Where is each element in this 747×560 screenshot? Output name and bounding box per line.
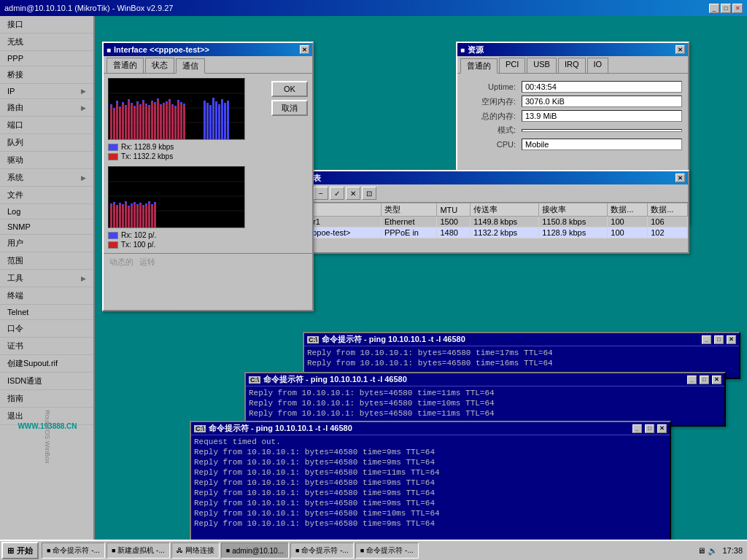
cmd1-line-1: Reply from 10.10.10.1: bytes=46580 time=… bbox=[307, 348, 736, 358]
tab-general[interactable]: 普通的 bbox=[460, 58, 498, 74]
sidebar-item-snmp[interactable]: SNMP bbox=[0, 219, 93, 235]
sidebar-item-bridge[interactable]: 桥接 bbox=[0, 66, 93, 84]
tab-pci[interactable]: PCI bbox=[499, 58, 525, 73]
minimize-button[interactable]: _ bbox=[709, 4, 719, 13]
row2-tx-data: 100 bbox=[608, 228, 648, 238]
sidebar-item-ppp[interactable]: PPP bbox=[0, 51, 93, 66]
resource-value-cpu: Mobile bbox=[522, 139, 682, 150]
resource-icon: ■ bbox=[460, 46, 465, 54]
resource-value-free-mem: 3076.0 KiB bbox=[522, 96, 682, 107]
tab-usb[interactable]: USB bbox=[527, 58, 557, 73]
sidebar-item-drivers[interactable]: 驱动 bbox=[0, 152, 93, 169]
table-row[interactable]: R ••ether1 Ethernet 1500 1149.8 kbps 115… bbox=[279, 217, 688, 228]
svg-rect-96 bbox=[122, 206, 124, 228]
sidebar-item-interfaces[interactable]: 接口 bbox=[0, 16, 93, 34]
remove-button[interactable]: − bbox=[314, 187, 328, 200]
iface-list-close-button[interactable]: ✕ bbox=[676, 174, 685, 182]
taskbar-item-4[interactable]: ■ 命令提示符 -... bbox=[290, 542, 354, 559]
table-row[interactable]: DR ••<pppoe-test> PPPoE in 1480 1132.2 k… bbox=[279, 228, 688, 238]
legend-tx-color bbox=[108, 153, 118, 160]
sidebar-item-log[interactable]: Log bbox=[0, 204, 93, 219]
svg-rect-66 bbox=[209, 105, 212, 139]
iface-table-header: 名称 类型 MTU 传送率 接收率 数据... 数据... bbox=[279, 203, 688, 217]
sidebar-item-password[interactable]: 口令 bbox=[0, 320, 93, 338]
cmd2-titlebar-buttons: _ □ ✕ bbox=[686, 376, 721, 384]
arrow-icon: ▶ bbox=[81, 104, 86, 112]
interface-close-button[interactable]: ✕ bbox=[300, 45, 309, 54]
cmd3-line-4: Reply from 10.10.10.1: bytes=46580 time=… bbox=[194, 467, 667, 478]
svg-rect-50 bbox=[171, 106, 174, 139]
resource-close-button[interactable]: ✕ bbox=[676, 45, 685, 54]
interface-icon: ■ bbox=[107, 46, 111, 54]
tab-general[interactable]: 普通的 bbox=[107, 58, 144, 73]
cmd3-line-1: Request timed out. bbox=[194, 437, 667, 447]
ok-button[interactable]: OK bbox=[271, 81, 308, 97]
cmd3-close-button[interactable]: ✕ bbox=[657, 424, 667, 433]
taskbar-item-0[interactable]: ■ 命令提示符 -... bbox=[42, 542, 105, 559]
taskbar-item-5[interactable]: ■ 命令提示符 -... bbox=[355, 542, 419, 559]
sidebar-item-queues[interactable]: 队列 bbox=[0, 134, 93, 152]
sidebar-item-cert[interactable]: 证书 bbox=[0, 338, 93, 355]
taskbar-item-1[interactable]: ■ 新建虚拟机 -... bbox=[107, 542, 170, 559]
svg-rect-39 bbox=[139, 106, 142, 139]
cross-button[interactable]: ✕ bbox=[346, 187, 360, 200]
sidebar-item-terminal[interactable]: 终端 bbox=[0, 287, 93, 305]
copy-button[interactable]: ⊡ bbox=[362, 187, 376, 200]
tab-irq[interactable]: IRQ bbox=[558, 58, 586, 73]
svg-rect-47 bbox=[163, 104, 165, 139]
maximize-button[interactable]: □ bbox=[721, 4, 731, 13]
sidebar-item-ip[interactable]: IP ▶ bbox=[0, 84, 93, 99]
svg-rect-37 bbox=[133, 108, 136, 139]
row2-type: PPPoE in bbox=[381, 228, 437, 238]
cmd1-close-button[interactable]: ✕ bbox=[727, 335, 736, 344]
tab-io[interactable]: IO bbox=[587, 58, 609, 73]
sidebar-item-guide[interactable]: 指南 bbox=[0, 390, 93, 408]
cmd2-close-button[interactable]: ✕ bbox=[712, 376, 721, 384]
cancel-button[interactable]: 取消 bbox=[271, 100, 308, 116]
svg-rect-67 bbox=[212, 98, 214, 139]
row1-tx-data: 100 bbox=[608, 217, 648, 228]
cmd3-minimize-button[interactable]: _ bbox=[632, 424, 642, 433]
taskbar-item-3[interactable]: ■ admin@10.10... bbox=[221, 542, 289, 559]
col-rx-rate: 接收率 bbox=[539, 203, 608, 217]
svg-rect-44 bbox=[154, 104, 156, 139]
svg-rect-98 bbox=[128, 207, 130, 228]
sidebar-item-system[interactable]: 系统 ▶ bbox=[0, 169, 93, 187]
interface-titlebar-buttons: ✕ bbox=[298, 45, 309, 54]
taskbar-item-icon-1: ■ bbox=[112, 547, 115, 554]
cmd1-minimize-button[interactable]: _ bbox=[702, 335, 711, 344]
sidebar-item-users[interactable]: 用户 bbox=[0, 235, 93, 252]
check-button[interactable]: ✓ bbox=[330, 187, 344, 200]
close-button[interactable]: ✕ bbox=[732, 4, 743, 13]
taskbar-item-2[interactable]: 🖧 网络连接 bbox=[171, 542, 220, 559]
sidebar-item-routing[interactable]: 路由 ▶ bbox=[0, 99, 93, 117]
start-button[interactable]: ⊞ 开始 bbox=[1, 542, 39, 559]
cmd1-maximize-button[interactable]: □ bbox=[714, 335, 724, 344]
sidebar-item-wireless[interactable]: 无线 bbox=[0, 34, 93, 51]
sidebar-item-ranges[interactable]: 范围 bbox=[0, 252, 93, 270]
cmd3-maximize-button[interactable]: □ bbox=[645, 424, 654, 433]
main-title: admin@10.10.10.1 (MikroTik) - WinBox v2.… bbox=[4, 4, 173, 12]
cmd2-titlebar: C:\ 命令提示符 - ping 10.10.10.1 -t -l 46580 … bbox=[246, 373, 724, 386]
start-label: 开始 bbox=[17, 545, 33, 556]
legend-rx-label: Rx: 1128.9 kbps bbox=[121, 143, 174, 151]
tab-communication[interactable]: 通信 bbox=[176, 58, 205, 74]
volume-icon: 🔊 bbox=[708, 546, 718, 556]
sidebar-item-telnet[interactable]: Telnet bbox=[0, 305, 93, 320]
sidebar-item-ports[interactable]: 端口 bbox=[0, 117, 93, 134]
legend-tx-label: Tx: 1132.2 kbps bbox=[121, 152, 173, 160]
sidebar-item-supout[interactable]: 创建Supout.rif bbox=[0, 355, 93, 373]
interface-bottom: 动态的 运转 bbox=[104, 253, 312, 271]
sidebar-item-files[interactable]: 文件 bbox=[0, 187, 93, 204]
tab-status[interactable]: 状态 bbox=[145, 58, 174, 73]
interface-dialog: ■ Interface <<pppoe-test>> ✕ 普通的 状态 通信 bbox=[102, 42, 314, 311]
legend-tx2-label: Tx: 100 p/. bbox=[121, 241, 155, 249]
sidebar-item-tools[interactable]: 工具 ▶ bbox=[0, 270, 93, 287]
row1-type: Ethernet bbox=[381, 217, 437, 228]
interface-tabs: 普通的 状态 通信 bbox=[104, 56, 312, 74]
sidebar-item-isdn[interactable]: ISDN通道 bbox=[0, 373, 93, 390]
svg-rect-68 bbox=[215, 101, 217, 139]
cmd2-minimize-button[interactable]: _ bbox=[687, 376, 697, 384]
cmd2-maximize-button[interactable]: □ bbox=[700, 376, 709, 384]
row2-rx-data: 102 bbox=[648, 228, 688, 238]
